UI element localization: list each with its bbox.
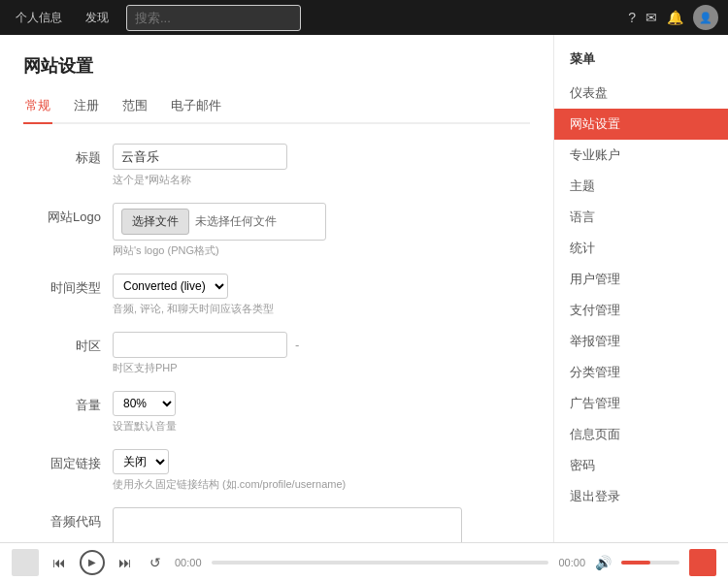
play-button[interactable]: ▶ xyxy=(80,550,105,575)
logo-label: 网站Logo xyxy=(23,203,101,226)
title-input[interactable] xyxy=(113,144,287,170)
sidebar-item-payment-management[interactable]: 支付管理 xyxy=(554,295,728,326)
tab-scope[interactable]: 范围 xyxy=(120,91,149,124)
form-row-analytics: 音频代码 分析统计代码 xyxy=(23,507,530,542)
permalink-label: 固定链接 xyxy=(23,449,101,472)
bell-icon[interactable]: 🔔 xyxy=(667,10,683,25)
prev-button[interactable]: ⏮ xyxy=(49,553,70,572)
nav-personal-info[interactable]: 个人信息 xyxy=(10,6,68,30)
analytics-textarea[interactable] xyxy=(113,507,462,542)
sidebar-item-logout[interactable]: 退出登录 xyxy=(554,481,728,512)
form-row-timezone-type: 时间类型 Converted (live) Server 音频, 评论, 和聊天… xyxy=(23,274,530,316)
next-button[interactable]: ⏭ xyxy=(115,553,136,572)
volume-label: 音量 xyxy=(23,391,101,414)
sidebar-item-statistics[interactable]: 统计 xyxy=(554,233,728,264)
sidebar-item-dashboard[interactable]: 仪表盘 xyxy=(554,78,728,109)
avatar[interactable]: 👤 xyxy=(693,5,718,30)
form-row-permalink: 固定链接 关闭 开启 使用永久固定链接结构 (如.com/profile/use… xyxy=(23,449,530,492)
tab-email[interactable]: 电子邮件 xyxy=(169,91,223,124)
sidebar-item-user-management[interactable]: 用户管理 xyxy=(554,264,728,295)
volume-fill xyxy=(621,561,650,565)
sidebar-item-ad-management[interactable]: 广告管理 xyxy=(554,388,728,419)
sidebar-item-password[interactable]: 密码 xyxy=(554,450,728,481)
timezone-type-hint: 音频, 评论, 和聊天时间应该各类型 xyxy=(113,302,530,316)
logo-input-box: 选择文件 未选择任何文件 xyxy=(113,203,326,241)
volume-slider[interactable] xyxy=(621,561,679,565)
timezone-hint: 时区支持PHP xyxy=(113,361,530,375)
tabs: 常规 注册 范围 电子邮件 xyxy=(23,91,530,124)
file-no-file-label: 未选择任何文件 xyxy=(195,213,277,230)
current-time: 00:00 xyxy=(175,557,202,568)
permalink-row: 关闭 开启 xyxy=(113,449,530,474)
sidebar-item-info-pages[interactable]: 信息页面 xyxy=(554,419,728,450)
sidebar-item-category-management[interactable]: 分类管理 xyxy=(554,357,728,388)
progress-bar[interactable] xyxy=(212,561,549,565)
total-time: 00:00 xyxy=(558,557,585,568)
top-nav-right: ? ✉ 🔔 👤 xyxy=(628,5,718,30)
timezone-type-select[interactable]: Converted (live) Server xyxy=(113,274,228,299)
logo-field: 选择文件 未选择任何文件 网站's logo (PNG格式) xyxy=(113,203,530,258)
main-layout: 网站设置 常规 注册 范围 电子邮件 标题 这个是*网站名称 网站Logo 选择… xyxy=(0,35,728,542)
player-thumbnail xyxy=(12,549,39,576)
timezone-input[interactable] xyxy=(113,332,287,358)
top-nav-left: 个人信息 发现 xyxy=(10,5,301,31)
sidebar-item-pro-account[interactable]: 专业账户 xyxy=(554,140,728,171)
player-bar: ⏮ ▶ ⏭ ↺ 00:00 00:00 🔊 xyxy=(0,542,728,581)
sidebar-item-report-management[interactable]: 举报管理 xyxy=(554,326,728,357)
search-input[interactable] xyxy=(126,5,301,31)
sidebar-item-site-settings[interactable]: 网站设置 xyxy=(554,109,728,140)
logo-hint: 网站's logo (PNG格式) xyxy=(113,243,530,258)
permalink-hint: 使用永久固定链接结构 (如.com/profile/username) xyxy=(113,477,530,492)
repeat-button[interactable]: ↺ xyxy=(146,553,165,572)
page-title: 网站设置 xyxy=(23,54,530,78)
content-area: 网站设置 常规 注册 范围 电子邮件 标题 这个是*网站名称 网站Logo 选择… xyxy=(0,35,553,542)
volume-field: 80% 60% 100% 设置默认音量 xyxy=(113,391,530,434)
player-extra-thumb xyxy=(689,549,716,576)
sidebar: 菜单 仪表盘 网站设置 专业账户 主题 语言 统计 用户管理 支付管理 举报管理… xyxy=(553,35,728,542)
sidebar-item-language[interactable]: 语言 xyxy=(554,202,728,233)
timezone-label: 时区 xyxy=(23,332,101,355)
tab-general[interactable]: 常规 xyxy=(23,91,52,124)
choose-file-button[interactable]: 选择文件 xyxy=(121,209,189,235)
tab-register[interactable]: 注册 xyxy=(72,91,101,124)
timezone-field: - 时区支持PHP xyxy=(113,332,530,375)
volume-select[interactable]: 80% 60% 100% xyxy=(113,391,176,416)
analytics-label: 音频代码 xyxy=(23,507,101,531)
title-hint: 这个是*网站名称 xyxy=(113,173,530,187)
permalink-select[interactable]: 关闭 开启 xyxy=(113,449,169,474)
timezone-dash: - xyxy=(295,338,299,352)
sidebar-item-theme[interactable]: 主题 xyxy=(554,171,728,202)
analytics-field: 分析统计代码 xyxy=(113,507,530,542)
form-row-timezone: 时区 - 时区支持PHP xyxy=(23,332,530,375)
volume-icon: 🔊 xyxy=(595,555,612,570)
sidebar-title: 菜单 xyxy=(554,45,728,78)
title-field: 这个是*网站名称 xyxy=(113,144,530,187)
form-row-logo: 网站Logo 选择文件 未选择任何文件 网站's logo (PNG格式) xyxy=(23,203,530,258)
form-row-title: 标题 这个是*网站名称 xyxy=(23,144,530,187)
permalink-field: 关闭 开启 使用永久固定链接结构 (如.com/profile/username… xyxy=(113,449,530,492)
volume-hint: 设置默认音量 xyxy=(113,419,530,434)
email-icon[interactable]: ✉ xyxy=(645,10,657,25)
question-icon[interactable]: ? xyxy=(628,10,636,25)
top-nav: 个人信息 发现 ? ✉ 🔔 👤 xyxy=(0,0,728,35)
nav-discover[interactable]: 发现 xyxy=(80,6,115,30)
form-row-volume: 音量 80% 60% 100% 设置默认音量 xyxy=(23,391,530,434)
timezone-type-label: 时间类型 xyxy=(23,274,101,297)
timezone-row: - xyxy=(113,332,530,358)
timezone-type-field: Converted (live) Server 音频, 评论, 和聊天时间应该各… xyxy=(113,274,530,316)
title-label: 标题 xyxy=(23,144,101,167)
